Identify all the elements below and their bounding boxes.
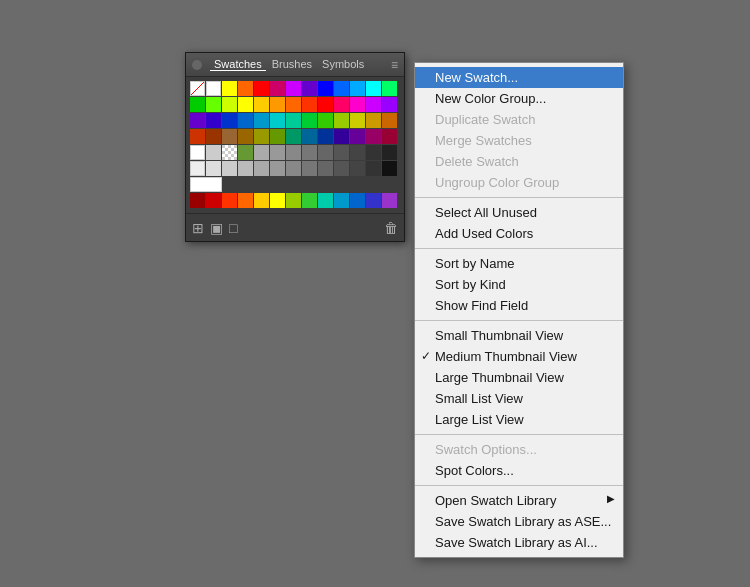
swatch-cell[interactable]	[366, 161, 381, 176]
swatch-none[interactable]	[190, 81, 205, 96]
swatch-cell[interactable]	[190, 145, 205, 160]
swatch-cell[interactable]	[270, 161, 285, 176]
swatch-cell[interactable]	[350, 81, 365, 96]
swatch-cell[interactable]	[350, 193, 365, 208]
swatch-cell[interactable]	[286, 97, 301, 112]
swatch-cell[interactable]	[206, 193, 221, 208]
swatch-cell[interactable]	[334, 193, 349, 208]
menu-item-save-ai[interactable]: Save Swatch Library as AI...	[415, 532, 623, 553]
swatch-cell[interactable]	[206, 161, 221, 176]
menu-item-sort-by-kind[interactable]: Sort by Kind	[415, 274, 623, 295]
swatch-cell[interactable]	[254, 97, 269, 112]
swatch-cell[interactable]	[286, 161, 301, 176]
swatch-cell[interactable]	[286, 113, 301, 128]
swatch-cell[interactable]	[382, 145, 397, 160]
swatch-cell[interactable]	[270, 113, 285, 128]
menu-item-medium-thumbnail[interactable]: Medium Thumbnail View	[415, 346, 623, 367]
swatch-cell[interactable]	[382, 129, 397, 144]
delete-swatch-icon[interactable]: 🗑	[384, 220, 398, 236]
swatch-cell[interactable]	[350, 113, 365, 128]
swatch-cell[interactable]	[206, 113, 221, 128]
swatch-cell[interactable]	[302, 145, 317, 160]
swatch-cell[interactable]	[190, 177, 222, 192]
swatch-cell[interactable]	[270, 81, 285, 96]
swatch-cell[interactable]	[302, 129, 317, 144]
tab-brushes[interactable]: Brushes	[268, 58, 316, 71]
swatch-cell[interactable]	[254, 129, 269, 144]
swatch-cell[interactable]	[222, 161, 237, 176]
swatch-cell[interactable]	[286, 129, 301, 144]
swatch-cell[interactable]	[222, 193, 237, 208]
new-color-group-icon[interactable]: ▣	[210, 220, 223, 236]
swatch-cell[interactable]	[350, 145, 365, 160]
swatch-cell[interactable]	[254, 161, 269, 176]
swatch-cell[interactable]	[238, 129, 253, 144]
swatch-cell[interactable]	[238, 161, 253, 176]
menu-item-open-swatch-library[interactable]: Open Swatch Library	[415, 490, 623, 511]
swatch-cell[interactable]	[382, 81, 397, 96]
swatch-cell[interactable]	[334, 97, 349, 112]
swatch-cell[interactable]	[270, 145, 285, 160]
tab-swatches[interactable]: Swatches	[210, 58, 266, 71]
swatch-cell[interactable]	[254, 113, 269, 128]
menu-item-add-used-colors[interactable]: Add Used Colors	[415, 223, 623, 244]
swatch-cell[interactable]	[222, 129, 237, 144]
menu-item-show-find-field[interactable]: Show Find Field	[415, 295, 623, 316]
menu-item-small-list[interactable]: Small List View	[415, 388, 623, 409]
swatch-cell[interactable]	[366, 113, 381, 128]
swatch-cell[interactable]	[238, 193, 253, 208]
menu-item-sort-by-name[interactable]: Sort by Name	[415, 253, 623, 274]
swatch-cell[interactable]	[286, 145, 301, 160]
swatch-cell[interactable]	[302, 161, 317, 176]
swatch-cell[interactable]	[190, 193, 205, 208]
swatch-cell[interactable]	[350, 97, 365, 112]
menu-item-large-list[interactable]: Large List View	[415, 409, 623, 430]
swatch-cell[interactable]	[318, 193, 333, 208]
tab-symbols[interactable]: Symbols	[318, 58, 368, 71]
swatch-cell[interactable]	[238, 97, 253, 112]
swatch-cell[interactable]	[334, 161, 349, 176]
swatch-cell[interactable]	[382, 113, 397, 128]
swatch-cell[interactable]	[318, 145, 333, 160]
swatch-cell[interactable]	[222, 81, 237, 96]
swatch-cell[interactable]	[270, 129, 285, 144]
swatch-cell[interactable]	[254, 145, 269, 160]
swatch-cell[interactable]	[334, 81, 349, 96]
swatch-cell[interactable]	[206, 145, 221, 160]
menu-item-large-thumbnail[interactable]: Large Thumbnail View	[415, 367, 623, 388]
swatch-cell[interactable]	[302, 97, 317, 112]
swatch-cell[interactable]	[382, 97, 397, 112]
swatch-cell[interactable]	[286, 193, 301, 208]
swatch-cell[interactable]	[190, 113, 205, 128]
swatch-cell[interactable]	[318, 113, 333, 128]
swatch-cell[interactable]	[254, 193, 269, 208]
menu-item-save-ase[interactable]: Save Swatch Library as ASE...	[415, 511, 623, 532]
swatch-cell[interactable]	[318, 81, 333, 96]
swatch-cell[interactable]	[334, 113, 349, 128]
swatch-cell[interactable]	[206, 129, 221, 144]
swatch-cell[interactable]	[366, 97, 381, 112]
swatch-cell[interactable]	[318, 97, 333, 112]
swatch-cell[interactable]	[238, 81, 253, 96]
swatch-cell[interactable]	[382, 161, 397, 176]
swatch-cell[interactable]	[318, 129, 333, 144]
swatch-cell[interactable]	[222, 97, 237, 112]
swatch-cell[interactable]	[222, 113, 237, 128]
menu-item-new-swatch[interactable]: New Swatch...	[415, 67, 623, 88]
swatch-cell[interactable]	[366, 193, 381, 208]
swatch-cell[interactable]	[302, 193, 317, 208]
swatch-cell[interactable]	[270, 193, 285, 208]
panel-menu-icon[interactable]: ≡	[391, 58, 398, 72]
swatch-cell[interactable]	[366, 129, 381, 144]
swatch-cell[interactable]	[366, 81, 381, 96]
swatch-cell[interactable]	[334, 129, 349, 144]
swatch-cell[interactable]	[238, 113, 253, 128]
menu-item-select-all-unused[interactable]: Select All Unused	[415, 202, 623, 223]
swatch-cell[interactable]	[350, 129, 365, 144]
panel-close-button[interactable]	[192, 60, 202, 70]
swatch-cell[interactable]	[190, 97, 205, 112]
swatch-cell[interactable]	[334, 145, 349, 160]
swatch-cell[interactable]	[302, 113, 317, 128]
menu-item-spot-colors[interactable]: Spot Colors...	[415, 460, 623, 481]
swatch-cell[interactable]	[302, 81, 317, 96]
